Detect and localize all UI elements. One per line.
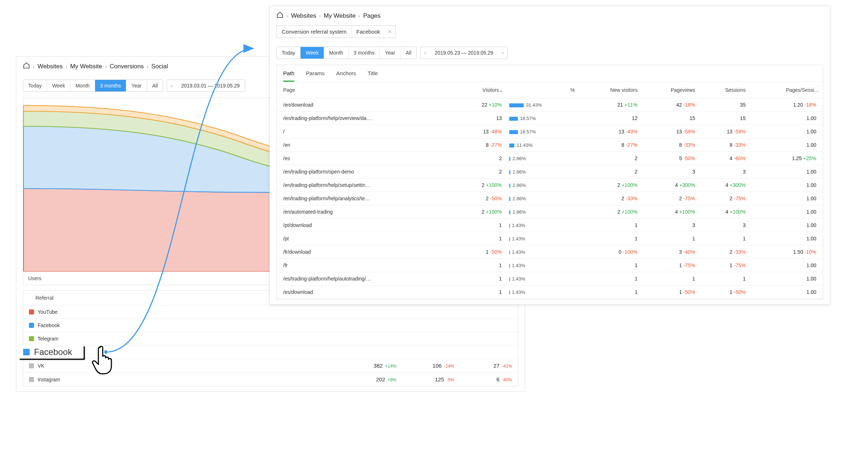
new-visitors-cell: 13 -43% (578, 125, 641, 138)
table-row[interactable]: /pt11.43%1111.00 (277, 232, 823, 245)
metric-cell: 382 +14% (339, 363, 396, 369)
table-row[interactable]: /es22.86%25 -50%4 -60%1.25 +25% (277, 152, 823, 165)
chevron-left-icon[interactable]: ‹ (167, 81, 176, 91)
tab[interactable]: Title (368, 70, 378, 82)
table-row[interactable]: /es/download11.43%11 -50%1 -50%1.00 (277, 286, 823, 299)
table-row[interactable]: /en/trading-platform/help/analytics/te…2… (277, 192, 823, 205)
page-path-cell: /en/trading-platform/help/overview/da… (277, 112, 456, 125)
breadcrumb-item[interactable]: Websites (291, 12, 316, 20)
new-visitors-cell: 2 (578, 165, 641, 179)
period-button[interactable]: 3 months (348, 47, 380, 59)
tab[interactable]: Params (306, 70, 325, 82)
new-visitors-cell: 21 +11% (578, 98, 641, 112)
visitors-cell: 8 -27% (456, 138, 506, 152)
page-path-cell: /en/trading-platform/open-demo (277, 165, 456, 179)
table-row[interactable]: /en/automated-trading2 +100%2.86%2 +100%… (277, 205, 823, 219)
table-row[interactable]: /en/trading-platform/help/setup/settin…2… (277, 179, 823, 192)
column-header[interactable]: New visitors (578, 82, 641, 98)
period-button[interactable]: All (147, 80, 163, 91)
column-header[interactable]: Pages/Sessi… (749, 82, 823, 98)
period-button[interactable]: Year (379, 47, 400, 59)
page-path-cell: /fr/download (277, 245, 456, 259)
new-visitors-cell: 1 (578, 272, 641, 286)
sessions-cell: 3 (699, 165, 749, 179)
breadcrumb-item[interactable]: Websites (38, 63, 63, 70)
sessions-cell: 35 (699, 98, 749, 112)
breadcrumb-current: Pages (363, 12, 380, 20)
date-range-picker[interactable]: ‹ 2019.03.01 — 2019.05.29 (167, 80, 245, 92)
new-visitors-cell: 1 (578, 232, 641, 245)
sessions-cell: 1 -50% (699, 286, 749, 299)
close-icon[interactable]: × (384, 28, 395, 35)
table-row[interactable]: /en/trading-platform/help/overview/da…13… (277, 112, 823, 125)
column-header[interactable]: % (506, 82, 579, 98)
column-header[interactable]: Pageviews (641, 82, 699, 98)
table-row[interactable]: /fr11.43%11 -75%1 -75%1.00 (277, 259, 823, 272)
home-icon[interactable] (276, 11, 284, 20)
sessions-cell: 1 (699, 272, 749, 286)
table-row[interactable]: /es/trading-platform/help/autotrading/…1… (277, 272, 823, 286)
table-row[interactable]: /13 -48%18.57%13 -43%13 -59%13 -59%1.00 (277, 125, 823, 138)
metric-cell: 202 +9% (339, 376, 396, 382)
period-button[interactable]: Week (300, 47, 324, 59)
chevron-left-icon[interactable]: ‹ (421, 48, 430, 58)
tab[interactable]: Path (283, 70, 294, 82)
table-row[interactable]: /pt/download11.43%1331.00 (277, 219, 823, 232)
column-header[interactable]: Page (277, 82, 456, 98)
column-header[interactable]: Visitors (456, 82, 506, 98)
new-visitors-cell: 1 (578, 259, 641, 272)
pageviews-cell: 8 -33% (641, 138, 699, 152)
period-button[interactable]: Today (277, 47, 300, 59)
pages-per-session-cell: 1.50 -10% (749, 245, 823, 259)
home-icon[interactable] (23, 62, 30, 71)
table-row[interactable]: /fr/download1 -50%1.43%0 -100%3 -40%2 -3… (277, 245, 823, 259)
period-group: TodayWeekMonth3 monthsYearAll (276, 47, 417, 59)
tab[interactable]: Anchors (336, 70, 356, 82)
breadcrumb-item[interactable]: Conversions (110, 63, 144, 70)
percent-cell: 2.86% (506, 192, 579, 205)
period-button[interactable]: Week (47, 80, 70, 91)
table-row[interactable]: /en/trading-platform/open-demo22.86%2331… (277, 165, 823, 179)
visitors-cell: 2 +100% (456, 205, 506, 219)
visitors-cell: 1 -50% (456, 245, 506, 259)
percent-cell: 2.86% (506, 205, 579, 219)
referral-name: VK (38, 363, 339, 369)
chevron-right-icon[interactable]: › (498, 48, 507, 58)
table-row[interactable]: /en/download22 +10%31.43%21 +11%42 -18%3… (277, 98, 823, 112)
period-button[interactable]: 3 months (95, 80, 126, 91)
referral-hover-popup[interactable]: Facebook (18, 345, 84, 359)
period-button[interactable]: Year (126, 80, 146, 91)
column-header[interactable]: Sessions (699, 82, 749, 98)
period-button[interactable]: Today (23, 80, 47, 91)
percent-cell: 1.43% (506, 286, 579, 299)
breadcrumb-item[interactable]: My Website (70, 63, 102, 70)
period-button[interactable]: Month (324, 47, 348, 59)
referral-row[interactable]: Telegram (23, 332, 518, 346)
new-visitors-cell: 1 (578, 219, 641, 232)
period-button[interactable]: All (400, 47, 417, 59)
visitors-cell: 1 (456, 219, 506, 232)
sessions-cell: 3 (699, 219, 749, 232)
pages-per-session-cell: 1.00 (749, 286, 823, 299)
pageviews-cell: 4 +300% (641, 179, 699, 192)
page-path-cell: /es/download (277, 286, 456, 299)
referral-name: YouTube (38, 309, 512, 315)
period-button[interactable]: Month (70, 80, 95, 91)
referral-row[interactable]: YouTube (23, 305, 518, 319)
referral-name: Instagram (38, 377, 339, 382)
percent-cell: 18.57% (506, 112, 579, 125)
metric-cell: 27 -41% (454, 363, 512, 369)
breadcrumb-item[interactable]: My Website (324, 12, 356, 20)
color-swatch (29, 309, 34, 314)
filter-chip[interactable]: Conversion referral system Facebook × (276, 25, 396, 38)
percent-cell: 11.43% (506, 138, 579, 152)
pages-per-session-cell: 1.00 (749, 232, 823, 245)
visitors-cell: 2 +100% (456, 179, 506, 192)
sessions-cell: 4 -60% (699, 152, 749, 165)
referral-row[interactable]: Facebook (23, 319, 518, 332)
date-range-picker[interactable]: ‹ 2019.05.23 — 2019.05.29 › (420, 47, 507, 59)
table-row[interactable]: /en8 -27%11.43%8 -27%8 -33%8 -33%1.00 (277, 138, 823, 152)
page-path-cell: /en/trading-platform/help/analytics/te… (277, 192, 456, 205)
new-visitors-cell: 2 +100% (578, 205, 641, 219)
breadcrumb-current: Social (151, 63, 168, 70)
